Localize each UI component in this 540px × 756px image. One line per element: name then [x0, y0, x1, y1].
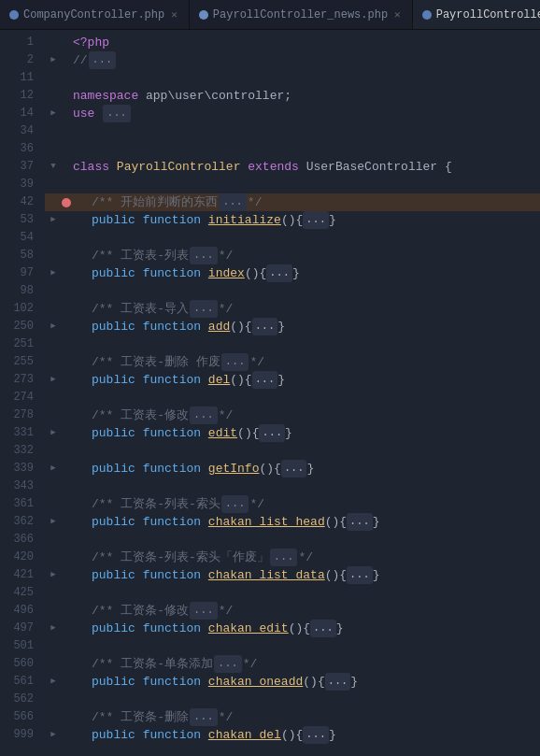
function-kw-999: function: [143, 726, 201, 744]
function-kw-561: function: [143, 673, 201, 691]
code-line-54: [45, 229, 540, 247]
fn-del: del: [208, 371, 230, 389]
public-kw-421: public: [92, 566, 135, 584]
tab-label-company: CompanyController.php: [23, 8, 164, 21]
collapsed-566: ...: [190, 708, 218, 726]
collapsed-2: ...: [89, 51, 117, 69]
collapsed-chakan-del: ...: [303, 726, 329, 744]
fold-97[interactable]: ▶: [47, 267, 60, 280]
fold-425: [47, 587, 60, 600]
collapsed-42: ...: [219, 193, 247, 211]
tab-close-payroll-news[interactable]: ✕: [392, 7, 403, 21]
fold-37[interactable]: ▼: [47, 161, 60, 174]
namespace-keyword: namespace: [73, 87, 138, 105]
tab-payroll-news[interactable]: PayrollController_news.php ✕: [190, 0, 413, 29]
code-line-278: /** 工资表-修改 ... */: [45, 407, 540, 424]
fold-14[interactable]: ▶: [47, 107, 60, 121]
comment-42-end: */: [248, 193, 263, 211]
tab-icon-payroll-news: [199, 10, 208, 20]
fold-255: [47, 356, 60, 369]
code-line-366: [45, 531, 540, 549]
comment-420-end: */: [298, 549, 313, 566]
public-kw-250: public: [92, 318, 135, 335]
fold-566: [47, 711, 60, 724]
code-line-331: ▶ public function edit (){ ... }: [45, 424, 540, 442]
fold-98: [47, 285, 60, 298]
code-line-98: [45, 282, 540, 300]
tab-bar: CompanyController.php ✕ PayrollControlle…: [0, 0, 540, 30]
fold-362[interactable]: ▶: [47, 516, 60, 529]
tab-close-company[interactable]: ✕: [169, 7, 179, 21]
comment-255: /** 工资表-删除 作废: [92, 353, 220, 371]
collapsed-chakan-list-data: ...: [347, 566, 373, 584]
fold-36: [47, 143, 60, 156]
comment-560-end: */: [243, 655, 258, 673]
comment-42: /** 开始前判断的东西: [92, 193, 218, 211]
fn-chakan-oneadd: chakan_oneadd: [208, 673, 303, 691]
fold-339[interactable]: ▶: [47, 463, 60, 476]
comment-255-end: */: [249, 353, 264, 371]
collapsed-chakan-edit: ...: [310, 620, 336, 637]
fold-496: [47, 605, 60, 618]
fold-250[interactable]: ▶: [47, 321, 60, 334]
collapsed-index: ...: [266, 264, 292, 282]
fold-331[interactable]: ▶: [47, 427, 60, 440]
code-line-102: /** 工资表-导入 ... */: [45, 300, 540, 318]
collapsed-255: ...: [221, 353, 249, 371]
comment-566: /** 工资条-删除: [92, 708, 189, 726]
collapsed-496: ...: [190, 602, 218, 620]
fold-361: [47, 498, 60, 511]
code-line-255: /** 工资表-删除 作废 ... */: [45, 353, 540, 371]
code-line-11: [45, 69, 540, 87]
comment-361-end: */: [249, 495, 264, 513]
fold-421[interactable]: ▶: [47, 569, 60, 582]
collapsed-361: ...: [221, 495, 249, 513]
comment-2: //: [73, 51, 88, 69]
collapsed-chakan-list-head: ...: [347, 513, 373, 531]
class-name: PayrollController: [117, 158, 241, 176]
code-line-34: [45, 122, 540, 140]
function-kw-421: function: [143, 566, 201, 584]
fold-420: [47, 551, 60, 564]
fold-497[interactable]: ▶: [47, 622, 60, 635]
fold-366: [47, 534, 60, 547]
breakpoint-42[interactable]: [62, 198, 71, 207]
use-keyword: use: [73, 105, 94, 122]
public-kw-97: public: [92, 264, 135, 282]
code-line-1: <?php: [45, 34, 540, 51]
fold-278: [47, 409, 60, 422]
fn-chakan-del: chakan_del: [208, 726, 281, 744]
fold-54: [47, 232, 60, 245]
tab-company-controller[interactable]: CompanyController.php ✕: [0, 0, 190, 29]
fold-spacer-11: [47, 72, 60, 85]
tab-icon-company: [9, 10, 19, 20]
function-kw-97: function: [143, 264, 201, 282]
fold-spacer: [47, 36, 60, 50]
fold-273[interactable]: ▶: [47, 374, 60, 387]
class-keyword: class: [73, 158, 109, 176]
editor-window: CompanyController.php ✕ PayrollControlle…: [0, 0, 540, 756]
code-line-566: /** 工资条-删除 ... */: [45, 708, 540, 726]
fold-34: [47, 125, 60, 138]
extends-keyword: extends: [248, 158, 299, 176]
code-line-332: [45, 442, 540, 460]
code-content: <?php ▶ //... namespace app\user\control…: [41, 30, 540, 756]
function-kw-497: function: [143, 620, 201, 637]
code-line-273: ▶ public function del (){ ... }: [45, 371, 540, 389]
collapsed-102: ...: [190, 300, 218, 318]
comment-420: /** 工资条-列表-索头「作废」: [92, 549, 269, 566]
code-line-36: [45, 140, 540, 158]
fold-53[interactable]: ▶: [47, 214, 60, 227]
function-kw-250: function: [143, 318, 201, 335]
line-numbers: 1 2 11 12 14 34 36 37 39 42 53 54 58 97 …: [0, 30, 41, 756]
collapsed-chakan-oneadd: ...: [325, 673, 351, 691]
fold-2[interactable]: ▶: [47, 54, 60, 67]
fold-561[interactable]: ▶: [47, 676, 60, 689]
code-line-343: [45, 478, 540, 495]
fold-999[interactable]: ▶: [47, 729, 60, 742]
tab-payroll-controller[interactable]: PayrollController.php ✕: [413, 0, 540, 29]
function-kw-273: function: [143, 371, 201, 389]
fold-251: [47, 338, 60, 351]
function-kw-362: function: [143, 513, 201, 531]
php-open-tag: <?php: [73, 34, 109, 51]
